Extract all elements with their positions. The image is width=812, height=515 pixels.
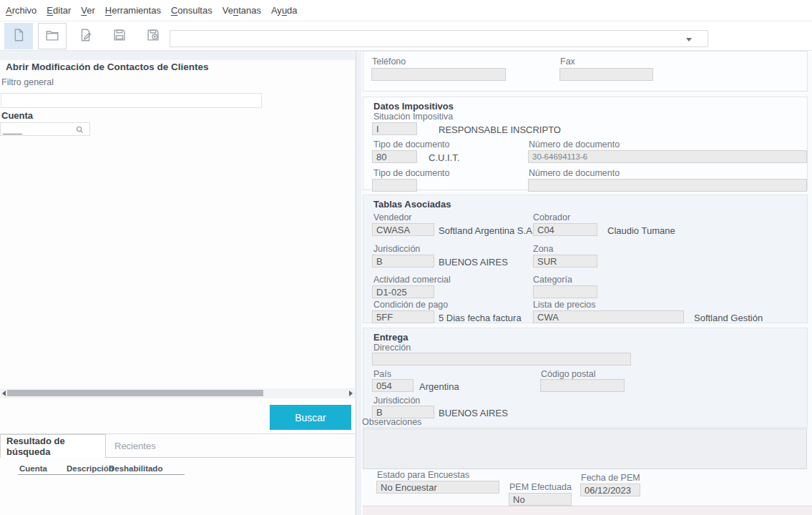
- situacion-impositiva-label: Situación Impositiva: [373, 112, 453, 122]
- datos-impositivos-title: Datos Impositivos: [373, 101, 454, 112]
- menu-item-herramientas[interactable]: Herramientas: [105, 5, 161, 16]
- open-folder-icon: [44, 27, 60, 45]
- toolbar: [0, 21, 812, 51]
- tipo-documento-1-label: Tipo de documento: [373, 139, 450, 149]
- menu-item-ventanas[interactable]: Ventanas: [222, 5, 261, 16]
- save-button[interactable]: [105, 23, 134, 49]
- jurisdiccion-description: BUENOS AIRES: [439, 257, 508, 268]
- menu-item-editar[interactable]: Editar: [47, 5, 71, 16]
- scroll-right-icon[interactable]: [349, 391, 353, 396]
- table-header-underline: [18, 474, 185, 475]
- menu-item-consultas[interactable]: Consultas: [171, 5, 212, 16]
- observaciones-label: Observaciones: [362, 417, 421, 427]
- estado-encuestas-label: Estado para Encuestas: [377, 470, 469, 480]
- fax-label: Fax: [560, 57, 575, 67]
- page-title: Abrir Modificación de Contactos de Clien…: [6, 62, 209, 72]
- pais-description: Argentina: [419, 381, 459, 392]
- column-header-descripcion[interactable]: Descripción: [67, 464, 114, 473]
- numero-documento-2-input[interactable]: [528, 179, 807, 192]
- zona-input[interactable]: SUR: [533, 255, 597, 268]
- tipo-documento-2-input[interactable]: [372, 179, 417, 192]
- column-header-cuenta[interactable]: Cuenta: [19, 464, 47, 473]
- pem-efectuada-label: PEM Efectuada: [509, 482, 572, 492]
- filtro-general-input[interactable]: [1, 93, 262, 108]
- cobrador-input[interactable]: C04: [533, 223, 597, 236]
- chevron-down-icon[interactable]: [686, 38, 692, 41]
- codigo-postal-label: Código postal: [541, 369, 595, 379]
- toolbar-combobox[interactable]: [170, 30, 708, 47]
- next-section-edge: [363, 506, 812, 515]
- lista-precios-input[interactable]: CWA: [533, 310, 684, 323]
- vendedor-label: Vendedor: [373, 212, 412, 222]
- scroll-left-icon[interactable]: [2, 391, 6, 396]
- fecha-pem-label: Fecha de PEM: [581, 473, 640, 483]
- codigo-postal-input[interactable]: [540, 379, 625, 392]
- filtro-general-label: Filtro general: [1, 77, 54, 87]
- cobrador-description: Claudio Tumane: [607, 225, 675, 236]
- save-search-button[interactable]: [139, 23, 167, 49]
- entrega-title: Entrega: [373, 332, 408, 343]
- buscar-button[interactable]: Buscar: [270, 405, 351, 430]
- jurisdiccion-input[interactable]: B: [372, 255, 434, 268]
- open-folder-button[interactable]: [38, 23, 67, 49]
- numero-documento-1-input[interactable]: 30-64694113-6: [528, 150, 807, 163]
- tipo-documento-2-label: Tipo de documento: [373, 168, 450, 178]
- scrollbar-thumb[interactable]: [7, 390, 263, 396]
- actividad-comercial-input[interactable]: D1-025: [372, 285, 434, 298]
- cuenta-input[interactable]: ____: [0, 122, 90, 136]
- save-icon: [112, 27, 127, 45]
- menu-item-archivo[interactable]: Archivo: [6, 5, 36, 16]
- direccion-input[interactable]: [372, 353, 631, 366]
- cuenta-input-mask: ____: [3, 124, 22, 134]
- menu-item-ver[interactable]: Ver: [81, 5, 95, 16]
- tipo-documento-1-description: C.U.I.T.: [429, 152, 459, 163]
- pem-efectuada-input[interactable]: No: [509, 493, 572, 506]
- entrega-section: Entrega Dirección País 054 Argentina Cód…: [363, 328, 808, 428]
- vendedor-description: Softland Argentina S.A.: [439, 225, 534, 236]
- observaciones-textarea[interactable]: [363, 428, 807, 469]
- contact-phone-section: Teléfono Fax: [363, 51, 808, 92]
- search-icon[interactable]: [76, 126, 84, 134]
- numero-documento-1-label: Número de documento: [529, 139, 620, 149]
- tablas-asociadas-section: Tablas Asociadas Vendedor CWASA Softland…: [363, 195, 808, 323]
- fecha-pem-input[interactable]: 06/12/2023: [580, 484, 640, 496]
- new-document-button[interactable]: [4, 23, 33, 49]
- condicion-pago-description: 5 Dias fecha factura: [439, 313, 522, 323]
- menu-item-ayuda[interactable]: Ayuda: [271, 5, 298, 16]
- datos-impositivos-section: Datos Impositivos Situación Impositiva I…: [363, 97, 808, 190]
- tablas-asociadas-title: Tablas Asociadas: [373, 199, 451, 210]
- estado-encuestas-input[interactable]: No Encuestar: [376, 481, 499, 494]
- numero-documento-2-label: Número de documento: [529, 168, 620, 178]
- horizontal-scrollbar[interactable]: [0, 388, 355, 398]
- telefono-input[interactable]: [371, 68, 506, 81]
- edit-document-icon: [78, 27, 94, 45]
- edit-document-button[interactable]: [72, 23, 100, 49]
- cuenta-label: Cuenta: [1, 110, 33, 121]
- situacion-impositiva-description: RESPONSABLE INSCRIPTO: [439, 124, 561, 135]
- lista-precios-label: Lista de precios: [533, 300, 596, 310]
- zona-label: Zona: [533, 244, 554, 254]
- entrega-jurisdiccion-description: BUENOS AIRES: [439, 408, 508, 418]
- tab-resultado-de-busqueda[interactable]: Resultado de búsqueda: [0, 434, 106, 458]
- actividad-comercial-label: Actividad comercial: [373, 275, 451, 285]
- fax-input[interactable]: [559, 68, 653, 81]
- direccion-label: Dirección: [373, 343, 411, 353]
- jurisdiccion-label: Jurisdicción: [373, 244, 420, 254]
- telefono-label: Teléfono: [372, 57, 406, 67]
- tab-recientes[interactable]: Recientes: [114, 434, 156, 458]
- pais-input[interactable]: 054: [372, 379, 414, 392]
- application-window: ArchivoEditarVerHerramientasConsultasVen…: [0, 0, 812, 515]
- panel-divider[interactable]: [356, 51, 356, 515]
- condicion-pago-label: Condición de pago: [373, 300, 448, 310]
- column-header-deshabilitado[interactable]: Deshabilitado: [109, 464, 162, 473]
- condicion-pago-input[interactable]: 5FF: [372, 310, 434, 323]
- situacion-impositiva-input[interactable]: I: [372, 122, 417, 135]
- vendedor-input[interactable]: CWASA: [372, 223, 434, 236]
- categoria-input[interactable]: [533, 285, 597, 298]
- entrega-jurisdiccion-label: Jurisdicción: [373, 396, 420, 406]
- tipo-documento-1-input[interactable]: 80: [372, 150, 417, 163]
- save-search-icon: [145, 27, 161, 45]
- lista-precios-description: Softland Gestión: [694, 313, 763, 323]
- categoria-label: Categoría: [533, 275, 572, 285]
- pais-label: País: [373, 369, 391, 379]
